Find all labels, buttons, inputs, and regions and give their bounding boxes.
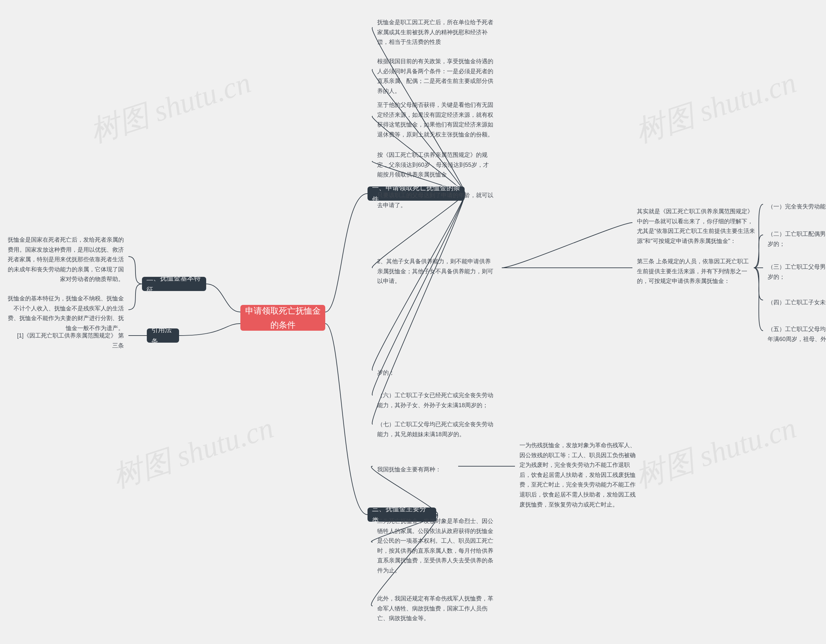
watermark: 树图 shutu.cn bbox=[630, 408, 801, 497]
leaf-b1-6-g2-i1: （一）完全丧失劳动能力的； bbox=[763, 199, 826, 215]
leaf-b1-4: 按《因工死亡职工供养亲属范围规定》的规定，父亲须达到60岁，母亲须达到55岁，才… bbox=[373, 147, 499, 183]
branch-references[interactable]: 引用法条 bbox=[147, 329, 179, 343]
watermark: 树图 shutu.cn bbox=[85, 62, 256, 152]
leaf-b1-6-g2-i4: （四）工亡职工子女未满18周岁的； bbox=[763, 294, 826, 311]
leaf-b1-5: 只要该职工的父母达到了申请的年龄，就可以去申请了。 bbox=[373, 187, 499, 213]
leaf-b1-3: 至于他的父母能否获得，关键是看他们有无固定经济来源，如果没有固定经济来源，就有权… bbox=[373, 97, 499, 143]
leaf-b1-1: 抚恤金是职工因工死亡后，所在单位给予死者家属或其生前被抚养人的精神抚慰和经济补偿… bbox=[373, 14, 499, 50]
leaf-b1-7: 岁的； bbox=[373, 365, 411, 381]
leaf-b1-6-g2-i2: （二）工亡职工配偶男年满6O周岁、女年满55周岁的； bbox=[763, 226, 826, 252]
leaf-b1-6-g2: 第三条 上条规定的人员，依靠因工死亡职工生前提供主要生活来源，并有下列情形之一的… bbox=[632, 253, 754, 289]
leaf-b1-6-g1: 其实就是《因工死亡职工供养亲属范围规定》中的一条就可以看出来了，你仔细的理解下，… bbox=[632, 203, 761, 249]
leaf-b1-9: （七）工亡职工父母均已死亡或完全丧失劳动能力，其兄弟姐妹未满18周岁的。 bbox=[373, 416, 501, 442]
watermark: 树图 shutu.cn bbox=[107, 408, 278, 497]
branch-features[interactable]: 二、抚恤金基本特征 bbox=[142, 277, 206, 291]
root-node[interactable]: 申请领取死亡抚恤金的条件 bbox=[241, 305, 325, 331]
leaf-b1-6-g2-i5: （五）工亡职工父母均已死亡，其祖父、外祖父年满60周岁，祖母、外祖母年满55周 bbox=[763, 321, 826, 347]
root-label: 申请领取死亡抚恤金的条件 bbox=[245, 304, 321, 332]
branch-label: 二、抚恤金基本特征 bbox=[146, 272, 202, 295]
watermark: 树图 shutu.cn bbox=[630, 62, 801, 152]
leaf-b3-1: 我国抚恤金主要有两种： bbox=[373, 461, 458, 478]
leaf-b1-8: （六）工亡职工子女已经死亡或完全丧失劳动能力，其孙子女、外孙子女未满18周岁的； bbox=[373, 387, 501, 413]
leaf-b4-1: [1]《因工死亡职工供养亲属范围规定》 第三条 bbox=[12, 327, 129, 354]
leaf-b3-2: 二为死亡抚恤金，发放对象是革命烈士、因公牺牲人的家属。公民依法从政府获得的抚恤金… bbox=[373, 513, 501, 579]
branch-label: 引用法条 bbox=[151, 324, 175, 347]
leaf-b1-6-g2-i3: （三）工亡职工父母男年满60周岁、女年满55周岁的； bbox=[763, 259, 826, 285]
leaf-b1-2: 根据我国目前的有关政策，享受抚恤金待遇的人必须同时具备两个条件：一是必须是死者的… bbox=[373, 53, 499, 99]
leaf-b1-6: 2、其他子女具备供养能力，则不能申请供养亲属抚恤金；其他子女不具备供养能力，则可… bbox=[373, 253, 499, 289]
leaf-b3-1-g1: 一为伤残抚恤金，发放对象为革命伤残军人、因公致残的职工等；工人、职员因工负伤被确… bbox=[515, 437, 643, 513]
leaf-b3-3: 此外，我国还规定有革命伤残军人抚恤费，革命军人牺牲、病故抚恤费，国家工作人员伤亡… bbox=[373, 590, 501, 627]
leaf-b2-1: 抚恤金是国家在死者死亡后，发给死者亲属的费用。国家发放这种费用，是用以优抚、救济… bbox=[3, 232, 129, 287]
